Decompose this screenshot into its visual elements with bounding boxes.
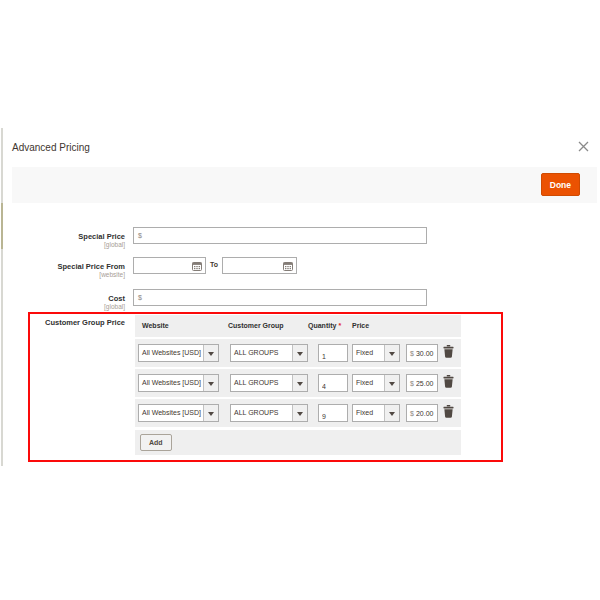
calendar-icon[interactable] bbox=[283, 261, 293, 271]
quantity-input[interactable] bbox=[319, 379, 347, 395]
customer-group-select[interactable]: ALL GROUPS bbox=[230, 404, 308, 422]
trash-icon bbox=[443, 345, 454, 358]
page-title: Advanced Pricing bbox=[12, 142, 90, 153]
table-row: All Websites [USD] ALL GROUPS Fixed $ bbox=[135, 397, 461, 427]
price-type-select[interactable]: Fixed bbox=[352, 374, 400, 392]
special-price-field: $ bbox=[133, 227, 427, 244]
chevron-down-icon bbox=[292, 375, 307, 391]
scope-note: [global] bbox=[0, 241, 125, 249]
close-button[interactable] bbox=[574, 138, 592, 156]
customer-group-select[interactable]: ALL GROUPS bbox=[230, 374, 308, 392]
delete-row-button[interactable] bbox=[441, 375, 455, 391]
calendar-icon[interactable] bbox=[192, 261, 202, 271]
column-header-price: Price bbox=[352, 322, 369, 329]
price-input[interactable] bbox=[414, 410, 437, 417]
chevron-down-icon bbox=[203, 405, 218, 421]
toolbar: Done bbox=[12, 167, 597, 203]
price-input[interactable] bbox=[414, 380, 437, 387]
add-button[interactable]: Add bbox=[140, 434, 172, 451]
customer-group-price-grid: Website Customer Group Quantity* Price A… bbox=[135, 315, 461, 455]
special-price-from-label: Special Price From [website] bbox=[0, 259, 125, 279]
special-price-from-field bbox=[133, 257, 206, 274]
chevron-down-icon bbox=[203, 375, 218, 391]
quantity-field bbox=[318, 404, 348, 422]
chevron-down-icon bbox=[384, 345, 399, 361]
currency-symbol: $ bbox=[407, 350, 414, 357]
price-input[interactable] bbox=[414, 350, 437, 357]
quantity-field bbox=[318, 344, 348, 362]
done-button[interactable]: Done bbox=[541, 173, 580, 196]
special-price-to-field bbox=[222, 257, 297, 274]
currency-symbol: $ bbox=[407, 410, 414, 417]
close-icon bbox=[578, 141, 589, 152]
trash-icon bbox=[443, 375, 454, 388]
cost-field: $ bbox=[133, 289, 427, 306]
special-price-input[interactable] bbox=[142, 228, 426, 243]
table-row: All Websites [USD] ALL GROUPS Fixed $ bbox=[135, 367, 461, 397]
customer-group-price-label: Customer Group Price bbox=[0, 318, 125, 327]
currency-symbol: $ bbox=[134, 232, 142, 239]
chevron-down-icon bbox=[384, 375, 399, 391]
scope-note: [global] bbox=[0, 303, 125, 311]
currency-symbol: $ bbox=[407, 380, 414, 387]
scope-note: [website] bbox=[0, 271, 125, 279]
advanced-pricing-modal: Advanced Pricing Done Special Price [glo… bbox=[0, 0, 600, 600]
chevron-down-icon bbox=[203, 345, 218, 361]
price-type-select[interactable]: Fixed bbox=[352, 344, 400, 362]
special-price-label: Special Price [global] bbox=[0, 229, 125, 249]
delete-row-button[interactable] bbox=[441, 405, 455, 421]
to-label: To bbox=[210, 261, 218, 268]
website-select[interactable]: All Websites [USD] bbox=[138, 374, 219, 392]
website-select[interactable]: All Websites [USD] bbox=[138, 404, 219, 422]
quantity-field bbox=[318, 374, 348, 392]
delete-row-button[interactable] bbox=[441, 345, 455, 361]
currency-symbol: $ bbox=[134, 294, 142, 301]
price-field: $ bbox=[406, 404, 438, 422]
price-field: $ bbox=[406, 374, 438, 392]
column-header-quantity: Quantity* bbox=[308, 322, 341, 329]
chevron-down-icon bbox=[384, 405, 399, 421]
website-select[interactable]: All Websites [USD] bbox=[138, 344, 219, 362]
grid-header: Website Customer Group Quantity* Price bbox=[135, 315, 461, 337]
cost-label: Cost [global] bbox=[0, 291, 125, 311]
group-price-rows: All Websites [USD] ALL GROUPS Fixed $ bbox=[135, 337, 461, 427]
trash-icon bbox=[443, 405, 454, 418]
table-row: All Websites [USD] ALL GROUPS Fixed $ bbox=[135, 337, 461, 367]
required-asterisk: * bbox=[338, 322, 341, 329]
column-header-website: Website bbox=[142, 322, 169, 329]
customer-group-select[interactable]: ALL GROUPS bbox=[230, 344, 308, 362]
cost-input[interactable] bbox=[142, 290, 426, 305]
price-type-select[interactable]: Fixed bbox=[352, 404, 400, 422]
quantity-input[interactable] bbox=[319, 349, 347, 365]
chevron-down-icon bbox=[292, 405, 307, 421]
chevron-down-icon bbox=[292, 345, 307, 361]
quantity-input[interactable] bbox=[319, 409, 347, 425]
column-header-customer-group: Customer Group bbox=[228, 322, 284, 329]
price-field: $ bbox=[406, 344, 438, 362]
add-row: Add bbox=[135, 427, 461, 455]
